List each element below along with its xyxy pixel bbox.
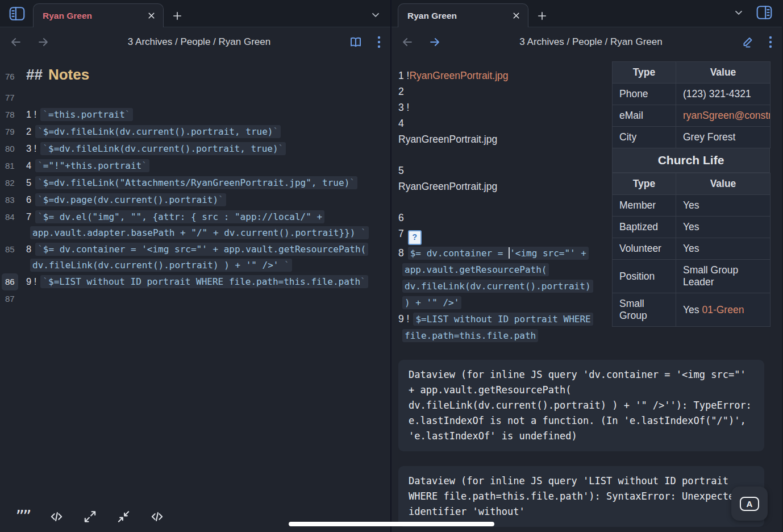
inline-code: $=LIST without ID portrait WHERE file.pa… — [402, 313, 593, 342]
reading-view: 1 !RyanGreenPortrait.jpg 2 3 ! 4 RyanGre… — [392, 57, 782, 532]
table-row: Position Small Group Leader — [613, 260, 770, 293]
email-link[interactable]: ryanSgreen@constru — [683, 110, 770, 121]
more-options-icon[interactable] — [377, 35, 381, 49]
inline-code: `$=dv.fileLink("Attachments/RyanGreenPor… — [35, 176, 357, 189]
table-row: eMail ryanSgreen@constru — [613, 105, 770, 127]
metadata-tables: Type Value Phone (123) 321-4321 eMail — [612, 61, 770, 344]
mobile-editing-toolbar: ”” — [0, 501, 165, 532]
section-heading: Church Life — [612, 148, 770, 173]
editor-line: 87 — [0, 290, 390, 307]
table-row: Phone (123) 321-4321 — [613, 84, 770, 105]
rendered-line: 9 !$=LIST without ID portrait WHERE file… — [398, 311, 598, 344]
inline-code: `$=dv.fileLink(dv.current().portrait, tr… — [35, 125, 281, 138]
church-life-table: Type Value Member Yes Baptized Yes — [612, 173, 770, 327]
rendered-line: 6 — [398, 210, 598, 226]
expand-icon[interactable] — [82, 509, 98, 525]
editor-line: 78 1 !`=this.portrait` — [0, 106, 390, 123]
markdown-editor[interactable]: 76 ##Notes 77 78 1 !`=this.portrait` 79 … — [0, 57, 390, 532]
rendered-line: RyanGreenPortrait.jpg — [398, 131, 598, 147]
inline-code: `$= dv.el("img", "", {attr: { src : "app… — [30, 210, 369, 239]
rendered-line: 8$= dv.container = '<img src="' + app.va… — [398, 245, 598, 311]
keyboard-accessory-button[interactable]: A — [731, 487, 768, 521]
line-number: 81 — [2, 157, 18, 174]
left-sidebar-toggle-icon[interactable] — [5, 2, 30, 25]
column-header: Value — [676, 173, 770, 195]
back-icon[interactable] — [9, 36, 23, 48]
dataview-error-message: Dataview (for inline JS query 'LIST with… — [398, 466, 764, 527]
line-number: 77 — [2, 89, 18, 106]
line-number: 80 — [2, 140, 18, 157]
rendered-line: 7? — [398, 226, 598, 245]
code-block-icon[interactable] — [149, 509, 165, 525]
line-number: 85 — [2, 241, 18, 258]
inline-code: `$=LIST without ID portrait WHERE file.p… — [40, 275, 368, 288]
left-pane-header: 3 Archives / People / Ryan Green — [0, 27, 390, 57]
editor-line: 76 ##Notes — [0, 63, 390, 89]
tab-ryan-green-right[interactable]: Ryan Green — [398, 3, 528, 27]
line-number: 87 — [2, 290, 18, 307]
rendered-line: 1 !RyanGreenPortrait.jpg — [398, 68, 598, 84]
table-row: City Grey Forest — [613, 127, 770, 148]
forward-icon[interactable] — [36, 36, 50, 48]
line-number: 82 — [2, 174, 18, 192]
inline-code: `="!"+this.portrait` — [35, 159, 149, 172]
column-header: Value — [676, 62, 770, 84]
inline-code-icon[interactable] — [48, 509, 64, 525]
right-sidebar-toggle-icon[interactable] — [756, 5, 773, 20]
column-header: Type — [613, 173, 676, 195]
collapse-icon[interactable] — [115, 509, 131, 525]
line-number: 78 — [2, 106, 18, 123]
obsidian-window: Ryan Green — [0, 0, 783, 532]
contact-table: Type Value Phone (123) 321-4321 eMail — [612, 61, 770, 148]
table-row: Baptized Yes — [613, 217, 770, 238]
inline-code: `$=dv.fileLink(dv.current().portrait, tr… — [40, 142, 286, 155]
new-tab-icon[interactable] — [172, 10, 183, 22]
tab-title: Ryan Green — [407, 11, 511, 21]
rendered-text-column: 1 !RyanGreenPortrait.jpg 2 3 ! 4 RyanGre… — [398, 61, 598, 344]
tab-title: Ryan Green — [43, 11, 147, 21]
right-tab-bar: Ryan Green — [392, 0, 782, 27]
editor-line: 79 2`$=dv.fileLink(dv.current().portrait… — [0, 123, 390, 140]
left-tab-bar: Ryan Green — [0, 0, 390, 27]
editor-line: 77 — [0, 89, 390, 106]
inline-code: `=this.portrait` — [40, 108, 132, 121]
inline-code: `$= dv.container = '<img src="' + app.va… — [30, 243, 368, 272]
dataview-error-message: Dataview (for inline JS query 'dv.contai… — [398, 360, 764, 451]
reading-mode-book-icon[interactable] — [348, 35, 363, 49]
embed-link[interactable]: RyanGreenPortrait.jpg — [409, 70, 508, 81]
table-header-row: Type Value — [613, 62, 770, 84]
left-pane: Ryan Green — [0, 0, 392, 532]
editor-line: 80 3 !`$=dv.fileLink(dv.current().portra… — [0, 140, 390, 157]
right-pane-header: 3 Archives / People / Ryan Green — [392, 27, 782, 57]
editor-line-active: 86 9 !`$=LIST without ID portrait WHERE … — [0, 273, 390, 290]
line-number-active: 86 — [2, 273, 18, 290]
table-header-row: Type Value — [613, 173, 770, 195]
forward-icon[interactable] — [428, 36, 442, 48]
tab-ryan-green-left[interactable]: Ryan Green — [33, 3, 164, 27]
rendered-line: 4 — [398, 115, 598, 131]
back-icon[interactable] — [401, 36, 414, 48]
small-group-link[interactable]: 01-Green — [702, 304, 744, 315]
keyboard-a-glyph: A — [740, 497, 760, 511]
blockquote-icon[interactable]: ”” — [15, 509, 31, 525]
table-row: Small Group Yes 01-Green — [613, 293, 770, 327]
broken-image-icon: ? — [408, 230, 422, 245]
edit-mode-pencil-icon[interactable] — [740, 35, 755, 49]
line-number: 76 — [2, 64, 18, 89]
tab-switcher-chevron-icon[interactable] — [370, 9, 381, 20]
close-icon[interactable] — [147, 11, 156, 20]
new-tab-icon[interactable] — [536, 10, 548, 22]
close-icon[interactable] — [511, 11, 521, 20]
rendered-line: 3 ! — [398, 99, 598, 115]
editor-line: 85 8`$= dv.container = '<img src="' + ap… — [0, 241, 390, 273]
column-header: Type — [613, 62, 676, 84]
breadcrumb[interactable]: 3 Archives / People / Ryan Green — [50, 36, 348, 48]
table-row: Volunteer Yes — [613, 238, 770, 260]
more-options-icon[interactable] — [768, 35, 773, 49]
table-row: Member Yes — [613, 195, 770, 217]
right-pane: Ryan Green — [392, 0, 782, 532]
rendered-line: 5 — [398, 163, 598, 178]
home-indicator[interactable] — [289, 522, 494, 526]
breadcrumb[interactable]: 3 Archives / People / Ryan Green — [442, 36, 740, 48]
tab-switcher-chevron-icon[interactable] — [733, 7, 744, 18]
